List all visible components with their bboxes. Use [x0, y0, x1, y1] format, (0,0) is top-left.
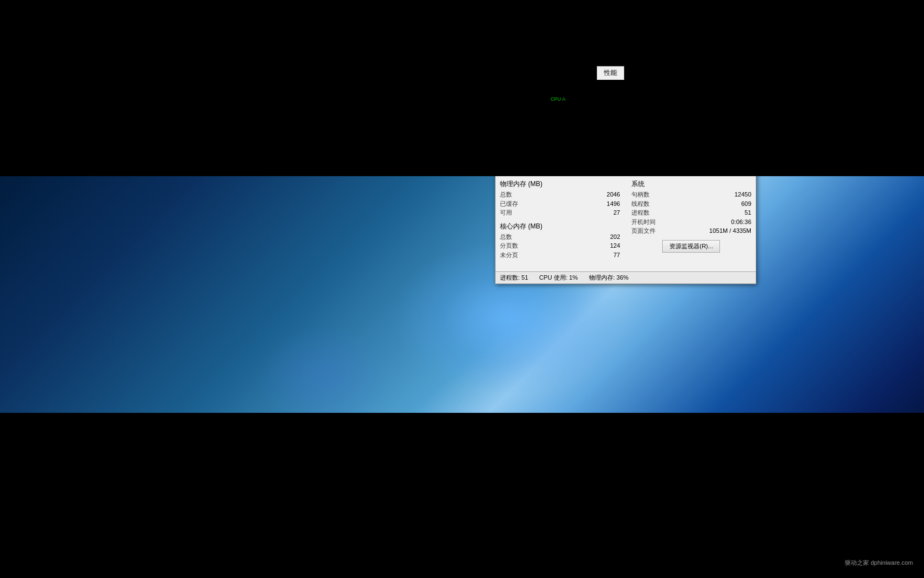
window-title: Windows 任务管理器	[510, 39, 572, 48]
mem-bar-5	[527, 155, 532, 168]
kernel-memory-info: 核心内存 (MB) 总数 202 分页数 124 未分页 77	[500, 222, 620, 260]
system-title: 系统	[631, 179, 752, 189]
tab-bar: 应用程序 进程 服务 性能 联网 用户	[496, 64, 756, 80]
kernel-nonpaged-row: 未分页 77	[500, 250, 620, 260]
threads-key: 线程数	[631, 199, 650, 209]
info-section: 物理内存 (MB) 总数 2046 已缓存 1496 可用 27	[500, 179, 751, 264]
uptime-row: 开机时间 0:06:36	[631, 217, 752, 227]
cpu-graph-b	[651, 95, 752, 128]
cpu-usage-box: 1 %	[500, 95, 543, 126]
kernel-nonpaged-val: 77	[613, 250, 620, 260]
cpu-graph-a-label: CPU A	[551, 96, 565, 102]
title-bar: ⚙ Windows 任务管理器 ─ □ ✕	[496, 36, 756, 52]
tab-network[interactable]: 联网	[625, 66, 653, 80]
processes-val: 51	[745, 208, 751, 217]
memory-label: 内存	[500, 132, 544, 140]
physical-cached-key: 已缓存	[500, 199, 518, 209]
uptime-val: 0:06:36	[731, 217, 751, 227]
status-processes: 进程数: 51	[500, 274, 528, 282]
memory-value-label: 750 MB	[513, 165, 530, 171]
system-info: 系统 句柄数 12450 线程数 609 进程数 51	[631, 179, 752, 236]
threads-val: 609	[741, 199, 751, 209]
performance-panel: CPU 使用 1 % CPU 使用记录 CPU A	[496, 80, 756, 271]
menu-bar: 文件(F) 选项(O) 查看(V) 帮助(H)	[496, 52, 756, 64]
resource-monitor-button[interactable]: 资源监视器(R)...	[662, 240, 720, 253]
window-controls: ─ □ ✕	[714, 39, 752, 49]
pagefile-val: 1051M / 4335M	[710, 226, 751, 236]
mem-bar-2	[511, 155, 515, 168]
handles-row: 句柄数 12450	[631, 190, 752, 199]
restore-button[interactable]: □	[727, 39, 739, 49]
mem-bar-6	[533, 155, 537, 168]
threads-row: 线程数 609	[631, 199, 752, 209]
mem-bar-1	[505, 155, 510, 168]
status-memory: 物理内存: 36%	[589, 274, 629, 282]
memory-section: 内存 750 MB 物理	[500, 132, 751, 175]
physical-total-row: 总数 2046	[500, 190, 620, 199]
memory-bars	[502, 147, 541, 168]
physical-available-val: 27	[613, 208, 620, 217]
kernel-nonpaged-key: 未分页	[500, 250, 518, 260]
physical-memory-title: 物理内存 (MB)	[500, 179, 620, 189]
status-cpu: CPU 使用: 1%	[539, 274, 578, 282]
task-manager-window: ⚙ Windows 任务管理器 ─ □ ✕ 文件(F) 选项(O) 查看(V) …	[495, 36, 756, 284]
physical-memory-label: 物理内存使用记录	[548, 132, 751, 140]
menu-options[interactable]: 选项(O)	[531, 52, 557, 63]
uptime-key: 开机时间	[631, 217, 656, 227]
cpu-history-label: CPU 使用记录	[548, 85, 751, 93]
tab-users[interactable]: 用户	[654, 66, 681, 80]
tab-processes[interactable]: 进程	[540, 66, 567, 80]
cpu-usage-panel: CPU 使用 1 %	[500, 85, 544, 128]
close-button[interactable]: ✕	[740, 39, 752, 49]
menu-file[interactable]: 文件(F)	[500, 52, 525, 63]
kernel-paged-val: 124	[610, 241, 620, 250]
cpu-bar	[509, 123, 534, 124]
watermark: 驱动之家 dphiniware.com	[845, 559, 913, 567]
bottom-bar	[0, 413, 924, 578]
minimize-button[interactable]: ─	[714, 39, 726, 49]
pagefile-row: 页面文件 1051M / 4335M	[631, 226, 752, 236]
kernel-total-key: 总数	[500, 232, 512, 242]
pagefile-key: 页面文件	[631, 226, 656, 236]
memory-usage-box: 750 MB	[500, 142, 543, 173]
physical-cached-val: 1496	[607, 199, 620, 209]
physical-total-val: 2046	[607, 190, 620, 199]
tab-applications[interactable]: 应用程序	[498, 66, 538, 80]
physical-memory-info: 物理内存 (MB) 总数 2046 已缓存 1496 可用 27	[500, 179, 620, 217]
tab-services[interactable]: 服务	[568, 66, 596, 80]
physical-available-row: 可用 27	[500, 208, 620, 217]
kernel-paged-key: 分页数	[500, 241, 518, 250]
title-bar-left: ⚙ Windows 任务管理器	[499, 39, 572, 48]
cpu-section: CPU 使用 1 % CPU 使用记录 CPU A	[500, 85, 751, 128]
physical-total-key: 总数	[500, 190, 512, 199]
memory-history-panel: 物理内存使用记录	[548, 132, 751, 175]
status-bar: 进程数: 51 CPU 使用: 1% 物理内存: 36%	[496, 271, 756, 283]
cpu-usage-label: CPU 使用	[500, 85, 544, 93]
mem-bar-3	[516, 155, 521, 168]
desktop: 驱动之家 dphiniware.com ⚙ Windows 任务管理器 ─ □ …	[0, 0, 924, 578]
kernel-total-row: 总数 202	[500, 232, 620, 242]
cpu-history-graphs: CPU A	[548, 95, 751, 128]
cpu-graph-a: CPU A	[548, 95, 649, 128]
processes-key: 进程数	[631, 208, 650, 217]
kernel-paged-row: 分页数 124	[500, 241, 620, 250]
app-icon: ⚙	[499, 40, 508, 48]
kernel-memory-title: 核心内存 (MB)	[500, 222, 620, 231]
cpu-history-panel: CPU 使用记录 CPU A	[548, 85, 751, 128]
processes-row: 进程数 51	[631, 208, 752, 217]
handles-key: 句柄数	[631, 190, 650, 199]
tab-performance[interactable]: 性能	[597, 66, 624, 80]
mem-bar-4	[522, 155, 526, 168]
menu-help[interactable]: 帮助(H)	[596, 52, 622, 63]
memory-usage-panel: 内存 750 MB	[500, 132, 544, 175]
memory-info-column: 物理内存 (MB) 总数 2046 已缓存 1496 可用 27	[500, 179, 620, 264]
physical-available-key: 可用	[500, 208, 512, 217]
handles-val: 12450	[734, 190, 751, 199]
kernel-total-val: 202	[610, 232, 620, 242]
cpu-percent-label: 1 %	[516, 118, 526, 124]
cpu-bar-container	[509, 104, 534, 125]
menu-view[interactable]: 查看(V)	[564, 52, 590, 63]
memory-graph	[548, 142, 751, 175]
physical-cached-row: 已缓存 1496	[500, 199, 620, 209]
system-info-column: 系统 句柄数 12450 线程数 609 进程数 51	[631, 179, 752, 264]
